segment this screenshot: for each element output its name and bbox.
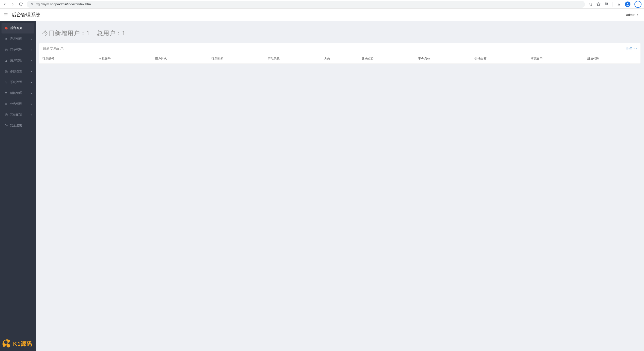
chevron-right-icon: ▸ xyxy=(31,70,32,73)
chevron-right-icon: ▸ xyxy=(31,92,32,94)
svg-point-28 xyxy=(6,114,7,115)
bookmark-star-icon[interactable] xyxy=(596,2,600,6)
sidebar-item-8[interactable]: 其他配置▸ xyxy=(0,109,36,120)
sidebar-item-label: 参数设置 xyxy=(10,69,22,74)
table-header: 实际盈亏 xyxy=(528,54,584,64)
sidebar-item-0[interactable]: 后台首页 xyxy=(2,23,34,33)
svg-text:B: B xyxy=(6,38,7,40)
stat-today-new-users: 今日新增用户：1 xyxy=(42,29,91,37)
chevron-right-icon: ▸ xyxy=(31,59,32,62)
chevron-right-icon: ▸ xyxy=(31,102,32,105)
sidebar-item-label: 订单管理 xyxy=(10,48,22,52)
table-header: 交易账号 xyxy=(96,54,152,64)
stats-row: 今日新增用户：1 总用户：1 xyxy=(39,27,640,43)
search-zoom-icon[interactable] xyxy=(588,2,592,6)
svg-point-4 xyxy=(589,3,591,5)
sidebar-item-1[interactable]: B产品管理▸ xyxy=(0,33,36,44)
card-title: 最新交易记录 xyxy=(43,46,64,51)
signout-icon xyxy=(4,124,8,127)
sidebar-item-5[interactable]: 系统设置▸ xyxy=(0,77,36,88)
table-header: 用户姓名 xyxy=(152,54,208,64)
list-icon xyxy=(4,92,8,95)
sidebar-item-4[interactable]: 参数设置▸ xyxy=(0,66,36,77)
more-link[interactable]: 更多>> xyxy=(626,46,637,51)
profile-avatar-icon[interactable] xyxy=(625,2,630,7)
reload-button[interactable] xyxy=(19,2,23,7)
chevron-right-icon: ▸ xyxy=(31,48,32,51)
app-title: 后台管理系统 xyxy=(12,12,40,18)
table-header: 建仓点位 xyxy=(359,54,415,64)
svg-point-20 xyxy=(6,82,6,82)
address-bar[interactable]: xg.hwym.shop/admin/index/index.html xyxy=(27,1,585,8)
browser-menu-icon[interactable] xyxy=(634,1,641,8)
watermark-text: K1源码 xyxy=(13,340,32,348)
sidebar-item-label: 其他配置 xyxy=(10,113,22,117)
forward-button[interactable] xyxy=(11,2,15,7)
url-text: xg.hwym.shop/admin/index/index.html xyxy=(36,2,92,6)
chevron-right-icon: ▸ xyxy=(31,113,32,116)
extensions-icon[interactable] xyxy=(605,2,609,6)
browser-toolbar: xg.hwym.shop/admin/index/index.html xyxy=(0,0,644,9)
sidebar-item-label: 新闻管理 xyxy=(10,91,22,95)
table-header: 委托金额 xyxy=(471,54,528,64)
bitcoin-icon: B xyxy=(4,38,8,41)
table-header: 产品信息 xyxy=(265,54,321,64)
user-icon xyxy=(4,59,8,62)
watermark: K1源码 xyxy=(3,339,32,348)
table-header: 订单编号 xyxy=(39,54,96,64)
sidebar-item-2[interactable]: 订单管理▸ xyxy=(0,44,36,55)
chevron-right-icon: ▸ xyxy=(31,38,32,40)
sidebar-item-6[interactable]: 新闻管理▸ xyxy=(0,88,36,98)
sidebar-toggle-icon[interactable] xyxy=(4,13,8,17)
downloads-icon[interactable] xyxy=(617,2,621,6)
latest-transactions-card: 最新交易记录 更多>> 订单编号交易账号用户姓名订单时间产品信息方向建仓点位平仓… xyxy=(39,43,640,64)
transactions-table: 订单编号交易账号用户姓名订单时间产品信息方向建仓点位平仓点位委托金额实际盈亏所属… xyxy=(39,54,640,64)
gear-icon xyxy=(4,113,8,116)
sidebar-item-9[interactable]: 安全退出 xyxy=(0,120,36,131)
sidebar-item-label: 安全退出 xyxy=(10,123,22,128)
svg-point-9 xyxy=(638,4,638,4)
sidebar-item-3[interactable]: 用户管理▸ xyxy=(0,55,36,66)
user-name: admin xyxy=(626,13,635,17)
copy-icon xyxy=(4,48,8,51)
svg-point-21 xyxy=(7,83,7,83)
sidebar-item-label: 公告管理 xyxy=(10,102,22,106)
dashboard-icon xyxy=(4,27,8,30)
svg-point-3 xyxy=(32,5,33,5)
back-button[interactable] xyxy=(3,2,7,7)
svg-point-7 xyxy=(627,3,628,4)
table-header: 订单时间 xyxy=(208,54,265,64)
svg-point-10 xyxy=(638,5,638,5)
table-header: 方向 xyxy=(321,54,358,64)
svg-marker-6 xyxy=(597,3,600,6)
stat-total-users: 总用户：1 xyxy=(97,29,127,37)
divider xyxy=(613,2,613,7)
table-header: 平仓点位 xyxy=(415,54,471,64)
sidebar: 后台首页B产品管理▸订单管理▸用户管理▸参数设置▸系统设置▸新闻管理▸公告管理▸… xyxy=(0,21,36,351)
svg-point-8 xyxy=(638,3,638,3)
list-icon xyxy=(4,102,8,106)
watermark-logo-icon xyxy=(3,339,12,348)
sidebar-item-7[interactable]: 公告管理▸ xyxy=(0,98,36,109)
sidebar-item-label: 产品管理 xyxy=(10,37,22,41)
svg-line-5 xyxy=(591,5,592,6)
svg-rect-16 xyxy=(6,49,7,51)
file-icon xyxy=(4,70,8,73)
main-content: 今日新增用户：1 总用户：1 最新交易记录 更多>> 订单编号交易账号用户姓名订… xyxy=(36,21,644,351)
table-header: 所属代理 xyxy=(584,54,640,64)
chevron-down-icon: ▾ xyxy=(637,13,638,16)
site-settings-icon[interactable] xyxy=(30,3,34,6)
sidebar-item-label: 用户管理 xyxy=(10,58,22,63)
chevron-right-icon: ▸ xyxy=(31,81,32,84)
sidebar-item-label: 系统设置 xyxy=(10,80,22,84)
sidebar-item-label: 后台首页 xyxy=(10,26,22,30)
svg-point-2 xyxy=(31,3,32,4)
app-header: 后台管理系统 admin ▾ xyxy=(0,9,644,21)
user-menu[interactable]: admin ▾ xyxy=(626,13,638,17)
cogs-icon xyxy=(4,81,8,84)
svg-point-17 xyxy=(6,60,7,61)
